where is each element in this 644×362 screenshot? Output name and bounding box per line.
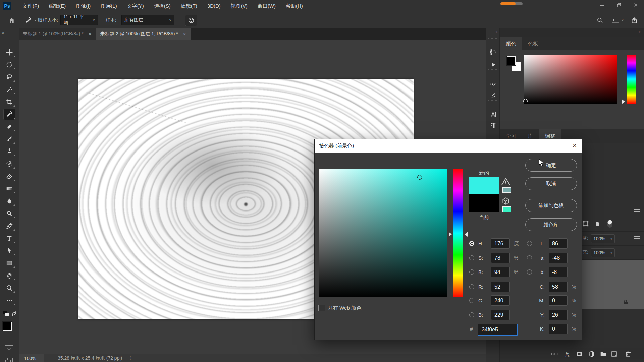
tool-lasso[interactable] [0, 71, 18, 83]
tool-history-brush[interactable] [0, 158, 18, 170]
menu-item-3[interactable]: 图像(I) [71, 0, 96, 12]
tool-more-tools[interactable] [0, 294, 18, 306]
tool-pen[interactable] [0, 220, 18, 232]
tab-close-icon[interactable]: ✕ [88, 32, 92, 37]
zoom-level-field[interactable]: 100% [19, 354, 44, 362]
tool-rectangle[interactable] [0, 257, 18, 269]
opacity-select[interactable]: 100%˅ [591, 234, 615, 243]
menu-item-1[interactable]: 文件(F) [17, 0, 44, 12]
gamut-replacement-swatch[interactable] [502, 187, 511, 193]
tab-color[interactable]: 颜色 [500, 37, 522, 50]
field-value-B[interactable]: 94 [491, 267, 510, 277]
document-tab-1[interactable]: 未标题-1 @ 100%(RGB/8#) *✕ [19, 28, 96, 40]
menu-item-10[interactable]: 窗口(W) [253, 0, 281, 12]
tool-spot-healing[interactable] [0, 120, 18, 133]
lock-all-icon[interactable] [594, 220, 600, 228]
panel-icon-brushes[interactable] [486, 90, 500, 101]
field-value-S[interactable]: 78 [491, 253, 510, 263]
new-layer-icon[interactable] [610, 350, 618, 359]
field-value-L[interactable]: 86 [549, 238, 568, 249]
swap-colors-icon[interactable] [11, 310, 17, 318]
toolbar-collapse-icon[interactable]: » [2, 30, 5, 35]
radio-B[interactable] [469, 312, 474, 317]
home-icon[interactable] [8, 12, 15, 28]
menu-item-6[interactable]: 选择(S) [149, 0, 176, 12]
tool-path-selection[interactable] [0, 244, 18, 257]
menu-item-7[interactable]: 滤镜(T) [176, 0, 202, 12]
tool-type[interactable] [0, 232, 18, 244]
tool-eraser[interactable] [0, 170, 18, 182]
color-panel-hue-slider[interactable] [627, 55, 636, 104]
radio-L[interactable] [527, 241, 532, 246]
restore-button[interactable] [610, 0, 627, 10]
field-value-H[interactable]: 176 [491, 238, 510, 249]
tool-brush[interactable] [0, 133, 18, 145]
panel-icon-paragraph[interactable] [486, 121, 500, 131]
delete-icon[interactable] [625, 350, 632, 359]
radio-G[interactable] [469, 298, 474, 303]
hex-input[interactable] [478, 324, 518, 336]
radio-H[interactable] [469, 241, 474, 246]
field-value-b[interactable]: -8 [549, 267, 568, 277]
foreground-color-swatch[interactable] [3, 322, 12, 331]
dialog-button-1[interactable]: 确定 [525, 159, 577, 172]
workspace-switcher-icon[interactable]: ˅ [611, 12, 624, 28]
status-chevron-icon[interactable]: 〉 [129, 355, 134, 361]
radio-R[interactable] [469, 284, 474, 289]
radio-B[interactable] [469, 269, 474, 275]
effects-icon[interactable]: fx [564, 350, 572, 359]
panel-icon-character[interactable] [486, 109, 500, 119]
field-value-R[interactable]: 52 [491, 282, 510, 292]
dock-collapse-icon[interactable]: « [495, 29, 497, 34]
web-only-checkbox[interactable] [318, 305, 325, 311]
tab-close-icon[interactable]: ✕ [183, 32, 186, 37]
current-tool-icon[interactable]: ▾ [25, 12, 36, 28]
field-value-B[interactable]: 229 [491, 310, 510, 320]
field-value-M[interactable]: 0 [549, 295, 568, 306]
menu-item-8[interactable]: 3D(D) [202, 0, 226, 12]
adjustment-icon[interactable] [588, 350, 595, 359]
tool-magic-wand[interactable] [0, 83, 18, 96]
radio-b[interactable] [527, 269, 532, 275]
close-window-button[interactable] [627, 0, 644, 10]
field-value-a[interactable]: -48 [549, 253, 568, 263]
menu-item-9[interactable]: 视图(V) [226, 0, 253, 12]
color-field-marker[interactable] [417, 175, 422, 180]
sample-size-select[interactable]: 11 x 11 平均 ˅ [60, 15, 98, 25]
tool-move[interactable] [0, 46, 18, 58]
field-value-K[interactable]: 0 [549, 324, 568, 334]
document-tab-2[interactable]: 未标题-2 @ 100% (图层 1, RGB/8#) *✕ [96, 28, 191, 40]
color-panel-marker[interactable] [523, 99, 528, 103]
tool-clone-stamp[interactable] [0, 145, 18, 158]
tool-marquee[interactable] [0, 58, 18, 71]
tool-hand[interactable] [0, 269, 18, 282]
field-value-Y[interactable]: 26 [549, 310, 568, 320]
share-icon[interactable] [631, 12, 638, 28]
mask-icon[interactable] [576, 350, 583, 359]
layers-menu-icon[interactable] [634, 208, 640, 214]
link-icon[interactable] [551, 350, 558, 359]
dialog-button-3[interactable]: 添加到色板 [525, 199, 577, 212]
menu-item-11[interactable]: 帮助(H) [281, 0, 308, 12]
tool-gradient[interactable] [0, 182, 18, 195]
search-icon[interactable] [596, 12, 603, 28]
hue-slider-right-arrow[interactable] [465, 232, 468, 237]
current-color-swatch[interactable] [469, 194, 499, 212]
quick-mask-mode-button[interactable] [5, 345, 13, 351]
dialog-close-icon[interactable]: ✕ [573, 142, 577, 149]
tool-crop[interactable] [0, 96, 18, 108]
hue-pointer-icon[interactable] [622, 99, 625, 104]
menu-item-5[interactable]: 文字(Y) [122, 0, 149, 12]
saturation-brightness-field[interactable] [319, 169, 447, 297]
fill-lock-toggle[interactable] [606, 219, 613, 230]
tool-blur[interactable] [0, 195, 18, 207]
default-colors-icon[interactable] [3, 310, 10, 319]
web-safe-swatch[interactable] [502, 206, 511, 212]
lock-position-icon[interactable] [582, 220, 589, 228]
gamut-warning-icon[interactable] [501, 178, 511, 187]
panel-icon-brush-settings[interactable] [486, 79, 500, 89]
panel-icon-actions[interactable] [486, 60, 500, 70]
fill-select[interactable]: 100%˅ [591, 248, 615, 257]
tab-swatches[interactable]: 色板 [522, 37, 544, 50]
hue-slider-left-arrow[interactable] [449, 232, 452, 237]
